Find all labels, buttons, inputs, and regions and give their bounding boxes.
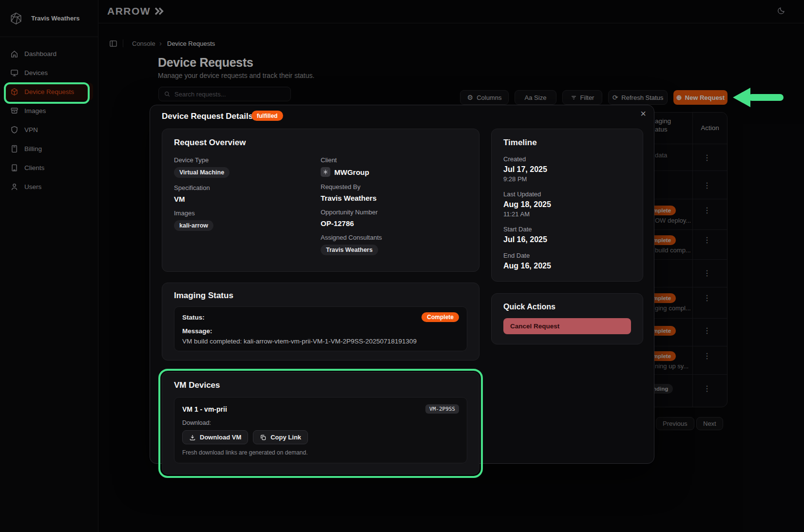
requested-by-value: Travis Weathers xyxy=(321,194,467,202)
request-overview-heading: Request Overview xyxy=(174,138,467,148)
client-avatar xyxy=(321,167,330,177)
device-request-details-modal: Device Request Details fulfilled × Reque… xyxy=(150,105,654,464)
timeline-updated-time: 11:21 AM xyxy=(503,210,631,218)
close-icon[interactable]: × xyxy=(640,107,646,120)
quick-actions-card: Quick Actions Cancel Request xyxy=(491,293,643,344)
assigned-consultants-label: Assigned Consultants xyxy=(321,234,467,241)
timeline-updated-date: Aug 18, 2025 xyxy=(503,200,631,209)
timeline-end-date: Aug 16, 2025 xyxy=(503,262,631,270)
imaging-status-card: Imaging Status Status: Complete Message:… xyxy=(162,283,479,361)
timeline-created-date: Jul 17, 2025 xyxy=(503,165,631,174)
status-label: Status: xyxy=(182,314,205,321)
imaging-message: VM build completed: kali-arrow-vtem-vm-p… xyxy=(182,338,459,345)
timeline-updated-label: Last Updated xyxy=(503,190,631,198)
request-overview-card: Request Overview Device Type Virtual Mac… xyxy=(162,129,479,272)
imaging-status-heading: Imaging Status xyxy=(174,291,467,301)
timeline-created-time: 9:28 PM xyxy=(503,175,631,183)
vm-device-id-badge: VM-2P9SS xyxy=(425,404,459,414)
modal-right-column: Timeline Created Jul 17, 2025 9:28 PM La… xyxy=(491,129,643,344)
modal-left-column: Request Overview Device Type Virtual Mac… xyxy=(162,129,479,475)
device-type-label: Device Type xyxy=(174,156,321,164)
complete-badge: Complete xyxy=(421,312,459,322)
vm-devices-card: VM Devices VM 1 - vm-prii VM-2P9SS Downl… xyxy=(162,372,479,475)
modal-title: Device Request Details xyxy=(162,112,253,121)
specification-label: Specification xyxy=(174,184,321,191)
timeline-created-label: Created xyxy=(503,155,631,163)
message-label: Message: xyxy=(182,327,459,335)
quick-actions-heading: Quick Actions xyxy=(503,303,631,311)
download-vm-button[interactable]: Download VM xyxy=(182,430,248,444)
vm-device-name: VM 1 - vm-prii xyxy=(182,405,227,413)
device-type-chip: Virtual Machine xyxy=(174,167,230,178)
copy-icon xyxy=(260,434,267,441)
timeline-card: Timeline Created Jul 17, 2025 9:28 PM La… xyxy=(491,129,643,282)
specification-value: VM xyxy=(174,195,321,203)
cancel-request-button[interactable]: Cancel Request xyxy=(503,318,631,334)
copy-link-label: Copy Link xyxy=(270,434,301,441)
fulfilled-badge: fulfilled xyxy=(251,111,283,121)
timeline-end-label: End Date xyxy=(503,252,631,259)
imaging-status-box: Status: Complete Message: VM build compl… xyxy=(174,306,467,351)
download-icon xyxy=(189,434,196,441)
timeline-start-label: Start Date xyxy=(503,226,631,233)
client-label: Client xyxy=(321,156,467,164)
timeline-heading: Timeline xyxy=(503,138,631,148)
download-vm-label: Download VM xyxy=(200,434,241,441)
opportunity-number-value: OP-12786 xyxy=(321,219,467,228)
requested-by-label: Requested By xyxy=(321,183,467,190)
vm-device-item: VM 1 - vm-prii VM-2P9SS Download: Downlo… xyxy=(174,397,467,463)
images-chip: kali-arrow xyxy=(174,220,213,231)
consultant-chip: Travis Weathers xyxy=(321,245,378,255)
vm-devices-heading: VM Devices xyxy=(174,380,467,390)
timeline-start-date: Jul 16, 2025 xyxy=(503,235,631,244)
opportunity-number-label: Opportunity Number xyxy=(321,209,467,216)
app-screen: Travis Weathers Dashboard Devices Device… xyxy=(0,0,804,532)
copy-link-button[interactable]: Copy Link xyxy=(253,430,308,444)
client-value: MWGroup xyxy=(334,168,369,176)
download-label: Download: xyxy=(182,419,459,426)
download-note: Fresh download links are generated on de… xyxy=(182,449,459,456)
images-label: Images xyxy=(174,209,321,217)
